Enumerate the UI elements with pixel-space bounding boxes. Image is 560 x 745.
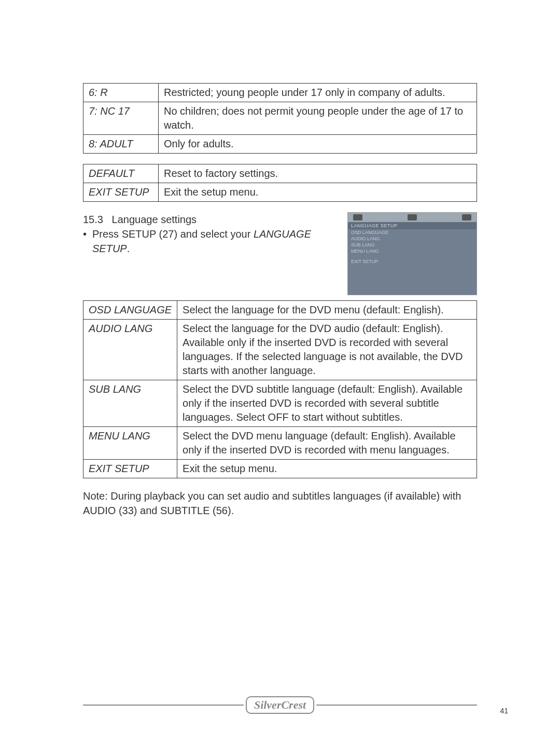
table-row: DEFAULT Reset to factory settings. <box>83 164 477 183</box>
mock-item: MENU LANG <box>348 248 477 254</box>
tab-icon <box>353 214 362 220</box>
language-section: 15.3 Language settings Press SETUP (27) … <box>83 212 477 295</box>
lang-desc: Exit the setup menu. <box>177 460 477 478</box>
language-table: OSD LANGUAGE Select the language for the… <box>83 300 477 478</box>
table-row: EXIT SETUP Exit the setup menu. <box>83 183 477 202</box>
lang-key: AUDIO LANG <box>83 320 177 380</box>
screenshot-mock: LANGUAGE SETUP OSD LANGUAGE AUDIO LANG S… <box>347 212 477 295</box>
misc-desc: Reset to factory settings. <box>159 164 477 183</box>
lang-desc: Select the language for the DVD audio (d… <box>177 320 477 380</box>
footer-rule <box>316 705 477 706</box>
mock-item: SUB LANG <box>348 242 477 248</box>
footer: SilverCrest <box>83 696 477 714</box>
ratings-table: 6: R Restricted; young people under 17 o… <box>83 83 477 154</box>
mock-item: EXIT SETUP <box>348 258 477 265</box>
table-row: EXIT SETUP Exit the setup menu. <box>83 460 477 478</box>
mock-item: AUDIO LANG <box>348 236 477 242</box>
mock-gap <box>348 254 477 258</box>
section-num: 15.3 <box>83 214 103 225</box>
table-row: OSD LANGUAGE Select the language for the… <box>83 301 477 320</box>
misc-key: DEFAULT <box>83 164 159 183</box>
brand-logo: SilverCrest <box>246 696 314 714</box>
bullet-text-c: . <box>127 243 130 254</box>
lang-desc: Select the DVD subtitle language (defaul… <box>177 380 477 427</box>
section-text: 15.3 Language settings Press SETUP (27) … <box>83 212 332 256</box>
lang-key: EXIT SETUP <box>83 460 177 478</box>
misc-table: DEFAULT Reset to factory settings. EXIT … <box>83 164 477 202</box>
rating-desc: Only for adults. <box>159 135 477 154</box>
section-bullet: Press SETUP (27) and select your LANGUAG… <box>83 227 332 256</box>
misc-desc: Exit the setup menu. <box>159 183 477 202</box>
rating-key: 6: R <box>83 84 159 102</box>
table-row: MENU LANG Select the DVD menu language (… <box>83 427 477 460</box>
table-row: AUDIO LANG Select the language for the D… <box>83 320 477 380</box>
lang-desc: Select the DVD menu language (default: E… <box>177 427 477 460</box>
lang-key: SUB LANG <box>83 380 177 427</box>
mock-header: LANGUAGE SETUP <box>348 222 477 229</box>
section-title: Language settings <box>112 214 197 225</box>
page-number: 41 <box>500 707 508 715</box>
mock-item: OSD LANGUAGE <box>348 229 477 236</box>
rating-key: 8: ADULT <box>83 135 159 154</box>
rating-desc: Restricted; young people under 17 only i… <box>159 84 477 102</box>
lang-key: OSD LANGUAGE <box>83 301 177 320</box>
tab-icon <box>408 214 417 220</box>
lang-desc: Select the language for the DVD menu (de… <box>177 301 477 320</box>
note-text: Note: During playback you can set audio … <box>83 489 477 518</box>
lang-key: MENU LANG <box>83 427 177 460</box>
footer-rule <box>83 705 244 706</box>
rating-key: 7: NC 17 <box>83 102 159 135</box>
table-row: SUB LANG Select the DVD subtitle languag… <box>83 380 477 427</box>
bullet-text-a: Press SETUP (27) and select your <box>92 228 254 240</box>
rating-desc: No children; does not permit young peopl… <box>159 102 477 135</box>
table-row: 8: ADULT Only for adults. <box>83 135 477 154</box>
table-row: 6: R Restricted; young people under 17 o… <box>83 84 477 102</box>
misc-key: EXIT SETUP <box>83 183 159 202</box>
section-heading: 15.3 Language settings <box>83 212 332 227</box>
table-row: 7: NC 17 No children; does not permit yo… <box>83 102 477 135</box>
tab-icon <box>462 214 471 220</box>
mock-tabs <box>348 213 477 222</box>
